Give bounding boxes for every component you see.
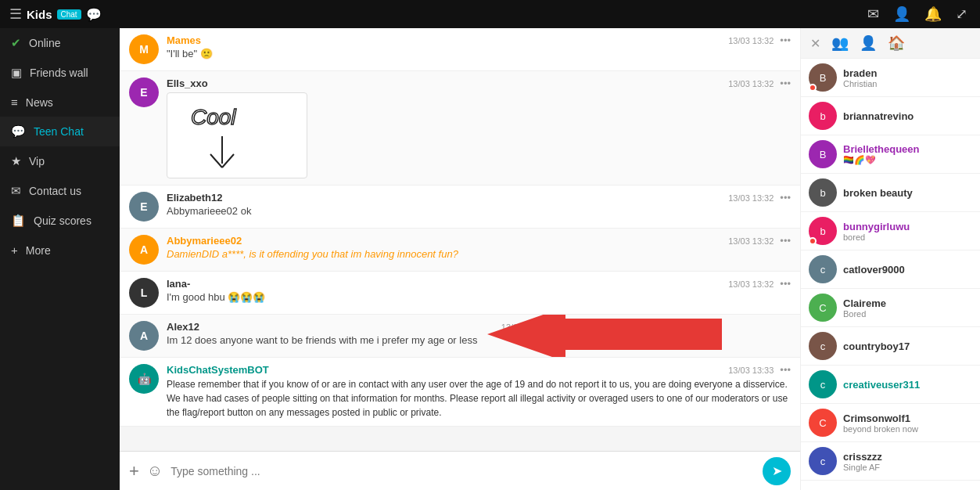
user-list: B braden Christian b briannatrevino B bbox=[801, 59, 980, 490]
list-item[interactable]: b briannatrevino bbox=[801, 97, 980, 135]
msg-username: Abbymarieee02 bbox=[167, 235, 242, 247]
user-avatar: B bbox=[809, 63, 837, 92]
chat-input[interactable] bbox=[171, 465, 755, 477]
msg-options-icon[interactable]: ••• bbox=[780, 235, 791, 247]
table-row: L lana- 13/03 13:32 ••• I'm good hbu 😭😭😭 bbox=[120, 272, 800, 315]
user-avatar: c bbox=[809, 255, 837, 283]
msg-time: 13/03 13:32 bbox=[728, 79, 780, 88]
user-name: catlover9000 bbox=[843, 264, 905, 276]
user-name: broken beauty bbox=[843, 187, 913, 199]
list-item[interactable]: c crisszzz Single AF bbox=[801, 442, 980, 481]
user-name: Crimsonwolf1 bbox=[843, 413, 918, 424]
msg-username: Ells_xxo bbox=[167, 77, 208, 89]
user-status: beyond broken now bbox=[843, 424, 918, 434]
msg-image: Cool bbox=[167, 92, 307, 178]
user-name: briannatrevino bbox=[843, 110, 914, 122]
more-icon: + bbox=[11, 243, 18, 257]
sidebar-item-contact-us[interactable]: ✉ Contact us bbox=[0, 176, 120, 206]
list-item[interactable]: B Briellethequeen 🏳️‍🌈🌈💖 bbox=[801, 135, 980, 174]
avatar: L bbox=[129, 278, 159, 308]
msg-time: 13/03 13:32 bbox=[728, 193, 780, 203]
msg-options-icon[interactable]: ••• bbox=[780, 34, 791, 46]
avatar: A bbox=[129, 321, 159, 351]
online-icon: ✔ bbox=[11, 36, 21, 50]
vip-icon: ★ bbox=[11, 154, 21, 168]
bell-icon[interactable]: 🔔 bbox=[924, 5, 942, 23]
msg-time: 13/03 13:33 bbox=[728, 366, 780, 375]
user-status: 🏳️‍🌈🌈💖 bbox=[843, 155, 920, 165]
add-attachment-icon[interactable]: + bbox=[129, 461, 139, 481]
list-item[interactable]: b bunnygirluwu bored bbox=[801, 212, 980, 250]
user-avatar: c bbox=[809, 332, 837, 360]
msg-options-icon[interactable]: ••• bbox=[780, 364, 791, 376]
list-item[interactable]: c creativeuser311 bbox=[801, 366, 980, 404]
list-item[interactable]: c countryboy17 bbox=[801, 327, 980, 366]
sidebar-item-vip[interactable]: ★ Vip bbox=[0, 146, 120, 176]
msg-username: Alex12 bbox=[167, 321, 199, 333]
msg-username: Elizabeth12 bbox=[167, 192, 223, 204]
msg-options-icon[interactable]: ••• bbox=[780, 278, 791, 290]
hamburger-icon[interactable]: ☰ bbox=[9, 5, 22, 23]
close-icon[interactable]: ✕ bbox=[810, 36, 820, 51]
svg-line-3 bbox=[222, 154, 234, 168]
msg-username: KidsChatSystemBOT bbox=[167, 364, 269, 376]
send-button[interactable]: ➤ bbox=[763, 457, 791, 485]
sidebar-nav: ✔ Online ▣ Friends wall ≡ News 💬 Teen Ch… bbox=[0, 28, 120, 265]
user-avatar: b bbox=[809, 178, 837, 207]
svg-marker-4 bbox=[487, 315, 722, 358]
msg-username: Mames bbox=[167, 34, 201, 46]
msg-options-icon[interactable]: ••• bbox=[780, 77, 791, 89]
avatar: M bbox=[129, 34, 159, 64]
expand-icon[interactable]: ⤢ bbox=[956, 5, 967, 23]
sidebar-item-news[interactable]: ≡ News bbox=[0, 88, 120, 117]
user-avatar: B bbox=[809, 140, 837, 168]
teen-chat-icon: 💬 bbox=[11, 124, 26, 139]
sidebar-item-quiz-scores[interactable]: 📋 Quiz scores bbox=[0, 206, 120, 236]
add-user-icon[interactable]: 👤 bbox=[860, 34, 877, 52]
user-status: Single AF bbox=[843, 463, 882, 472]
table-row: A Alex12 13/03 13:33 ••• Im 12 does anyo… bbox=[120, 315, 800, 358]
msg-text: I'm good hbu 😭😭😭 bbox=[167, 291, 791, 303]
sidebar-item-teen-chat[interactable]: 💬 Teen Chat bbox=[0, 117, 120, 146]
red-arrow bbox=[487, 315, 722, 358]
msg-time: 13/03 13:32 bbox=[728, 236, 780, 246]
avatar: 🤖 bbox=[129, 364, 159, 394]
sidebar-item-online[interactable]: ✔ Online bbox=[0, 28, 120, 58]
home-icon[interactable]: 🏠 bbox=[888, 34, 905, 52]
friends-wall-icon: ▣ bbox=[11, 66, 22, 80]
msg-options-icon[interactable]: ••• bbox=[780, 192, 791, 204]
table-row: E Ells_xxo 13/03 13:32 ••• Cool bbox=[120, 71, 800, 186]
quiz-scores-icon: 📋 bbox=[11, 214, 26, 228]
mail-icon[interactable]: ✉ bbox=[867, 5, 879, 23]
table-row: A Abbymarieee02 13/03 13:32 ••• DamienDI… bbox=[120, 229, 800, 272]
contact-us-icon: ✉ bbox=[11, 184, 21, 198]
user-name: Claireme bbox=[843, 297, 886, 309]
group-icon[interactable]: 👥 bbox=[831, 34, 849, 52]
list-item[interactable]: C Claireme Bored bbox=[801, 289, 980, 327]
list-item[interactable]: B braden Christian bbox=[801, 59, 980, 97]
chat-input-bar: + ☺ ➤ bbox=[120, 451, 800, 490]
avatar: A bbox=[129, 235, 159, 265]
chat-messages: M Mames 13/03 13:32 ••• "I'll be" 🙁 E El… bbox=[120, 28, 800, 451]
sidebar-item-friends-wall[interactable]: ▣ Friends wall bbox=[0, 58, 120, 88]
list-item[interactable]: C Crimsonwolf1 beyond broken now bbox=[801, 404, 980, 442]
user-avatar: C bbox=[809, 409, 837, 437]
msg-text: Abbymarieee02 ok bbox=[167, 205, 791, 217]
list-item[interactable]: c catlover9000 bbox=[801, 250, 980, 289]
sidebar-item-more[interactable]: + More bbox=[0, 236, 120, 265]
user-avatar: C bbox=[809, 294, 837, 322]
news-icon: ≡ bbox=[11, 95, 18, 109]
right-panel-header: ✕ 👥 👤 🏠 bbox=[801, 28, 980, 59]
emoji-icon[interactable]: ☺ bbox=[147, 462, 163, 480]
user-status: Christian bbox=[843, 79, 877, 88]
user-name: braden bbox=[843, 67, 877, 79]
user-avatar: b bbox=[809, 217, 837, 245]
user-name: bunnygirluwu bbox=[843, 221, 910, 232]
profile-icon[interactable]: 👤 bbox=[893, 5, 910, 23]
list-item[interactable]: b broken beauty bbox=[801, 174, 980, 212]
logo-chat-badge: Chat bbox=[57, 9, 81, 20]
msg-time: 13/03 13:32 bbox=[728, 36, 780, 45]
user-avatar: c bbox=[809, 447, 837, 475]
user-name: Briellethequeen bbox=[843, 143, 920, 155]
avatar: E bbox=[129, 192, 159, 222]
